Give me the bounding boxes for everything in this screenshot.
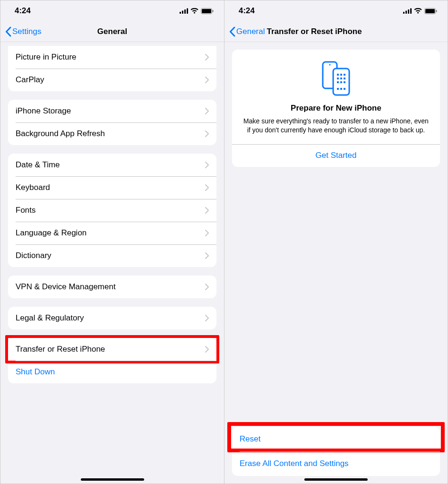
chevron-left-icon: [5, 26, 11, 37]
svg-rect-18: [340, 74, 342, 76]
svg-rect-7: [403, 12, 405, 14]
group-vpn: VPN & Device Management: [8, 276, 216, 298]
row-language-region[interactable]: Language & Region: [8, 222, 216, 244]
group-reset: Transfer or Reset iPhone Shut Down: [8, 338, 216, 383]
group-media: Picture in Picture CarPlay: [8, 46, 216, 91]
transfer-content: Prepare for New iPhone Make sure everyth…: [224, 42, 448, 484]
battery-icon: [201, 8, 214, 14]
row-label: Transfer or Reset iPhone: [16, 345, 205, 354]
svg-rect-5: [202, 9, 211, 13]
get-started-button[interactable]: Get Started: [240, 144, 432, 167]
status-bar: 4:24: [0, 0, 224, 21]
row-reset[interactable]: Reset: [232, 427, 440, 451]
svg-rect-1: [182, 11, 183, 14]
row-iphone-storage[interactable]: iPhone Storage: [8, 100, 216, 122]
chevron-right-icon: [205, 284, 209, 290]
chevron-right-icon: [205, 162, 209, 168]
row-label: Language & Region: [16, 228, 205, 238]
card-body: Make sure everything's ready to transfer…: [240, 117, 432, 135]
nav-bar: Settings General: [0, 21, 224, 42]
status-indicators: [180, 8, 214, 14]
svg-rect-6: [213, 10, 214, 12]
row-label: Background App Refresh: [16, 129, 205, 138]
svg-rect-3: [187, 9, 188, 14]
home-indicator[interactable]: [81, 478, 144, 481]
row-date-time[interactable]: Date & Time: [8, 154, 216, 176]
screen-general: 4:24 Settings General Picture in Picture…: [0, 0, 224, 484]
svg-rect-24: [340, 81, 342, 83]
row-keyboard[interactable]: Keyboard: [8, 176, 216, 199]
group-storage: iPhone Storage Background App Refresh: [8, 100, 216, 145]
svg-rect-27: [340, 88, 342, 90]
svg-rect-23: [337, 81, 339, 83]
svg-rect-21: [340, 78, 342, 79]
svg-rect-28: [344, 88, 345, 90]
group-legal: Legal & Regulatory: [8, 307, 216, 329]
chevron-right-icon: [205, 77, 209, 83]
chevron-right-icon: [205, 315, 209, 321]
row-transfer-or-reset[interactable]: Transfer or Reset iPhone: [8, 338, 216, 361]
svg-rect-12: [425, 9, 435, 13]
status-bar: 4:24: [224, 0, 448, 21]
home-indicator[interactable]: [304, 478, 368, 481]
prepare-card: Prepare for New iPhone Make sure everyth…: [232, 50, 440, 167]
row-label: Legal & Regulatory: [16, 313, 205, 323]
back-button-settings[interactable]: Settings: [5, 26, 41, 37]
svg-rect-25: [344, 81, 345, 83]
row-label: Dictionary: [16, 251, 205, 260]
chevron-left-icon: [229, 26, 235, 37]
row-carplay[interactable]: CarPlay: [8, 69, 216, 91]
row-erase-all[interactable]: Erase All Content and Settings: [232, 451, 440, 476]
screen-transfer-reset: 4:24 General Transfer or Reset iPhone: [224, 0, 448, 484]
chevron-right-icon: [205, 346, 209, 353]
svg-rect-19: [344, 74, 345, 76]
chevron-right-icon: [205, 252, 209, 259]
status-time: 4:24: [239, 6, 255, 16]
general-content: Picture in Picture CarPlay iPhone Storag…: [0, 42, 224, 484]
svg-rect-9: [408, 9, 409, 14]
row-shut-down[interactable]: Shut Down: [8, 361, 216, 383]
row-label: Erase All Content and Settings: [240, 459, 349, 468]
svg-rect-26: [337, 88, 339, 90]
chevron-right-icon: [205, 108, 209, 114]
svg-rect-20: [337, 78, 339, 79]
row-label: Shut Down: [16, 367, 209, 377]
chevron-right-icon: [205, 54, 209, 60]
status-time: 4:24: [15, 6, 31, 16]
row-vpn-device-management[interactable]: VPN & Device Management: [8, 276, 216, 298]
cellular-icon: [403, 8, 412, 14]
back-button-general[interactable]: General: [229, 26, 265, 37]
row-background-app-refresh[interactable]: Background App Refresh: [8, 122, 216, 145]
row-legal-regulatory[interactable]: Legal & Regulatory: [8, 307, 216, 329]
svg-rect-0: [180, 12, 181, 14]
back-label: Settings: [12, 27, 41, 36]
chevron-right-icon: [205, 184, 209, 191]
row-label: Picture in Picture: [16, 52, 205, 62]
svg-point-15: [329, 64, 330, 65]
back-label: General: [236, 27, 265, 36]
wifi-icon: [190, 8, 198, 14]
svg-rect-13: [436, 10, 437, 12]
svg-rect-10: [410, 9, 412, 14]
group-reset-erase: Reset Erase All Content and Settings: [232, 427, 440, 476]
row-label: VPN & Device Management: [16, 282, 205, 292]
card-heading: Prepare for New iPhone: [240, 104, 432, 113]
svg-rect-22: [344, 78, 345, 79]
row-label: Fonts: [16, 206, 205, 215]
device-transfer-icon: [240, 60, 432, 97]
row-label: Reset: [240, 434, 260, 444]
row-dictionary[interactable]: Dictionary: [8, 244, 216, 267]
chevron-right-icon: [205, 230, 209, 236]
row-label: iPhone Storage: [16, 106, 205, 116]
chevron-right-icon: [205, 130, 209, 137]
nav-bar: General Transfer or Reset iPhone: [224, 21, 448, 42]
wifi-icon: [414, 8, 422, 14]
svg-rect-2: [184, 9, 186, 14]
page-title: Transfer or Reset iPhone: [267, 27, 362, 36]
status-indicators: [403, 8, 437, 14]
row-fonts[interactable]: Fonts: [8, 199, 216, 222]
svg-rect-17: [337, 74, 339, 76]
chevron-right-icon: [205, 207, 209, 214]
row-picture-in-picture[interactable]: Picture in Picture: [8, 46, 216, 69]
row-label: CarPlay: [16, 75, 205, 85]
